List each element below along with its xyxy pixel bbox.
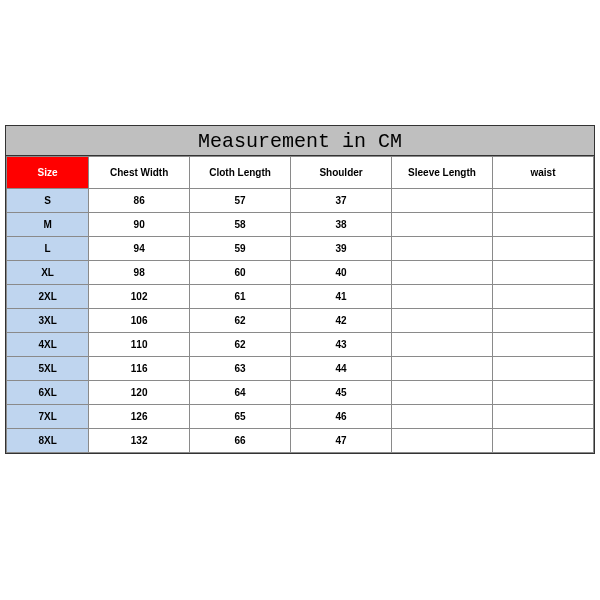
cell-chest: 98 xyxy=(89,261,190,285)
cell-chest: 116 xyxy=(89,357,190,381)
cell-length: 65 xyxy=(190,405,291,429)
cell-chest: 106 xyxy=(89,309,190,333)
table-row: 7XL1266546 xyxy=(7,405,594,429)
cell-shoulder: 38 xyxy=(291,213,392,237)
cell-shoulder: 41 xyxy=(291,285,392,309)
col-size: Size xyxy=(7,157,89,189)
cell-chest: 94 xyxy=(89,237,190,261)
cell-sleeve xyxy=(392,285,493,309)
cell-length: 61 xyxy=(190,285,291,309)
cell-length: 62 xyxy=(190,333,291,357)
cell-sleeve xyxy=(392,309,493,333)
cell-length: 58 xyxy=(190,213,291,237)
cell-sleeve xyxy=(392,405,493,429)
cell-waist xyxy=(492,429,593,453)
cell-size: 8XL xyxy=(7,429,89,453)
cell-shoulder: 47 xyxy=(291,429,392,453)
cell-size: 2XL xyxy=(7,285,89,309)
cell-waist xyxy=(492,405,593,429)
cell-chest: 90 xyxy=(89,213,190,237)
cell-shoulder: 39 xyxy=(291,237,392,261)
cell-size: 7XL xyxy=(7,405,89,429)
cell-sleeve xyxy=(392,237,493,261)
size-chart: Measurement in CM Size Chest Width Cloth… xyxy=(5,125,595,454)
chart-title: Measurement in CM xyxy=(6,126,594,156)
cell-waist xyxy=(492,237,593,261)
cell-sleeve xyxy=(392,381,493,405)
cell-sleeve xyxy=(392,261,493,285)
cell-shoulder: 45 xyxy=(291,381,392,405)
table-row: 4XL1106243 xyxy=(7,333,594,357)
cell-length: 63 xyxy=(190,357,291,381)
cell-sleeve xyxy=(392,429,493,453)
cell-chest: 120 xyxy=(89,381,190,405)
cell-length: 60 xyxy=(190,261,291,285)
cell-size: 6XL xyxy=(7,381,89,405)
cell-sleeve xyxy=(392,333,493,357)
cell-sleeve xyxy=(392,213,493,237)
cell-sleeve xyxy=(392,189,493,213)
cell-size: XL xyxy=(7,261,89,285)
cell-chest: 86 xyxy=(89,189,190,213)
cell-size: 5XL xyxy=(7,357,89,381)
header-row: Size Chest Width Cloth Length Shoulder S… xyxy=(7,157,594,189)
cell-waist xyxy=(492,285,593,309)
cell-shoulder: 40 xyxy=(291,261,392,285)
cell-length: 64 xyxy=(190,381,291,405)
cell-waist xyxy=(492,357,593,381)
cell-sleeve xyxy=(392,357,493,381)
col-sleeve: Sleeve Length xyxy=(392,157,493,189)
table-row: 5XL1166344 xyxy=(7,357,594,381)
cell-waist xyxy=(492,213,593,237)
cell-shoulder: 37 xyxy=(291,189,392,213)
col-length: Cloth Length xyxy=(190,157,291,189)
cell-size: L xyxy=(7,237,89,261)
cell-size: M xyxy=(7,213,89,237)
table-row: 8XL1326647 xyxy=(7,429,594,453)
cell-chest: 102 xyxy=(89,285,190,309)
cell-waist xyxy=(492,261,593,285)
cell-waist xyxy=(492,189,593,213)
measurement-table: Size Chest Width Cloth Length Shoulder S… xyxy=(6,156,594,453)
cell-length: 59 xyxy=(190,237,291,261)
cell-length: 62 xyxy=(190,309,291,333)
cell-size: 4XL xyxy=(7,333,89,357)
table-row: XL986040 xyxy=(7,261,594,285)
cell-shoulder: 43 xyxy=(291,333,392,357)
cell-shoulder: 46 xyxy=(291,405,392,429)
table-row: 6XL1206445 xyxy=(7,381,594,405)
table-row: L945939 xyxy=(7,237,594,261)
table-row: 3XL1066242 xyxy=(7,309,594,333)
cell-shoulder: 44 xyxy=(291,357,392,381)
table-row: M905838 xyxy=(7,213,594,237)
cell-shoulder: 42 xyxy=(291,309,392,333)
col-waist: waist xyxy=(492,157,593,189)
cell-waist xyxy=(492,333,593,357)
col-chest: Chest Width xyxy=(89,157,190,189)
cell-length: 66 xyxy=(190,429,291,453)
cell-size: 3XL xyxy=(7,309,89,333)
cell-size: S xyxy=(7,189,89,213)
table-row: 2XL1026141 xyxy=(7,285,594,309)
cell-chest: 132 xyxy=(89,429,190,453)
cell-waist xyxy=(492,309,593,333)
table-row: S865737 xyxy=(7,189,594,213)
cell-length: 57 xyxy=(190,189,291,213)
cell-chest: 110 xyxy=(89,333,190,357)
cell-waist xyxy=(492,381,593,405)
col-shoulder: Shoulder xyxy=(291,157,392,189)
cell-chest: 126 xyxy=(89,405,190,429)
